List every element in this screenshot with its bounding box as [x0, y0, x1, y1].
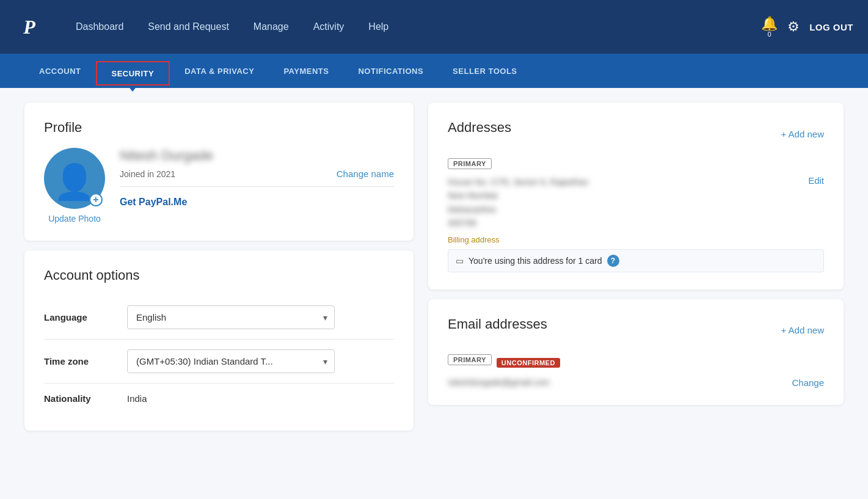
- joined-text: Joined in 2021: [120, 169, 175, 179]
- avatar-add-icon: +: [89, 193, 103, 206]
- settings-icon[interactable]: ⚙: [787, 19, 800, 35]
- subnav-data-privacy[interactable]: DATA & PRIVACY: [170, 54, 269, 88]
- avatar-container: 👤 + Update Photo: [44, 148, 105, 224]
- addresses-card: Addresses + Add new PRIMARY House No. C/…: [428, 103, 844, 290]
- email-title: Email addresses: [448, 316, 547, 332]
- profile-card: Profile 👤 + Update Photo Nitesh Durgade …: [24, 103, 414, 241]
- language-select-wrapper: English ▾: [127, 305, 335, 329]
- nav-send-request[interactable]: Send and Request: [136, 0, 241, 54]
- change-email-link[interactable]: Change: [792, 377, 824, 388]
- joined-row: Joined in 2021 Change name: [120, 169, 394, 187]
- primary-badge: PRIMARY: [448, 158, 492, 169]
- language-option-row: Language English ▾: [44, 296, 394, 340]
- timezone-label: Time zone: [44, 356, 117, 366]
- subnav-seller-tools[interactable]: SELLER TOOLS: [438, 54, 531, 88]
- card-usage-text: You're using this address for 1 card: [469, 256, 602, 266]
- addresses-title: Addresses: [448, 120, 511, 136]
- top-nav: P Dashboard Send and Request Manage Acti…: [0, 0, 868, 54]
- subnav-notifications[interactable]: NOTIFICATIONS: [343, 54, 438, 88]
- profile-title: Profile: [44, 120, 394, 136]
- language-label: Language: [44, 312, 117, 322]
- email-row: niteshdurgade@gmail.com Change: [448, 377, 824, 388]
- avatar[interactable]: 👤 +: [44, 148, 105, 209]
- add-email-link[interactable]: + Add new: [781, 325, 824, 335]
- email-primary-badge: PRIMARY: [448, 354, 492, 365]
- timezone-option-row: Time zone (GMT+05:30) Indian Standard T.…: [44, 340, 394, 384]
- addresses-header: Addresses + Add new: [448, 120, 824, 148]
- logo-letter: P: [23, 16, 35, 38]
- timezone-select[interactable]: (GMT+05:30) Indian Standard T...: [127, 349, 335, 373]
- logout-button[interactable]: LOG OUT: [809, 22, 853, 32]
- top-nav-links: Dashboard Send and Request Manage Activi…: [64, 0, 761, 54]
- notification-count: 0: [768, 31, 771, 38]
- nav-dashboard[interactable]: Dashboard: [64, 0, 136, 54]
- add-address-link[interactable]: + Add new: [781, 129, 824, 139]
- subnav-account[interactable]: ACCOUNT: [24, 54, 96, 88]
- language-select[interactable]: English: [127, 305, 335, 329]
- avatar-person-icon: 👤: [53, 165, 96, 199]
- address-row: House No. C/76, Sector 6, RajasthanNew M…: [448, 175, 824, 230]
- email-badge-row: PRIMARY UNCONFIRMED: [448, 354, 824, 371]
- sub-nav: ACCOUNT SECURITY DATA & PRIVACY PAYMENTS…: [0, 54, 868, 88]
- nav-manage[interactable]: Manage: [241, 0, 301, 54]
- paypalme-link[interactable]: Get PayPal.Me: [120, 197, 394, 208]
- info-icon[interactable]: ?: [607, 255, 619, 267]
- nationality-option-row: Nationality India: [44, 384, 394, 413]
- email-addresses-card: Email addresses + Add new PRIMARY UNCONF…: [428, 299, 844, 405]
- bell-icon: 🔔: [761, 16, 778, 32]
- paypal-logo[interactable]: P: [15, 12, 44, 42]
- account-options-title: Account options: [44, 268, 394, 283]
- update-photo-link[interactable]: Update Photo: [48, 214, 101, 224]
- email-address-text: niteshdurgade@gmail.com: [448, 377, 550, 387]
- address-text: House No. C/76, Sector 6, RajasthanNew M…: [448, 175, 588, 230]
- top-nav-right: 🔔 0 ⚙ LOG OUT: [761, 16, 853, 38]
- profile-info: Nitesh Durgade Joined in 2021 Change nam…: [120, 148, 394, 208]
- change-name-link[interactable]: Change name: [337, 169, 394, 179]
- account-options-card: Account options Language English ▾ Time …: [24, 250, 414, 431]
- email-header: Email addresses + Add new: [448, 316, 824, 344]
- right-column: Addresses + Add new PRIMARY House No. C/…: [428, 103, 844, 431]
- notification-button[interactable]: 🔔 0: [761, 16, 778, 38]
- unconfirmed-badge: UNCONFIRMED: [497, 358, 560, 368]
- card-icon: ▭: [456, 256, 464, 266]
- nav-activity[interactable]: Activity: [301, 0, 357, 54]
- card-usage-row: ▭ You're using this address for 1 card ?: [448, 249, 824, 272]
- subnav-payments[interactable]: PAYMENTS: [269, 54, 343, 88]
- profile-row: 👤 + Update Photo Nitesh Durgade Joined i…: [44, 148, 394, 224]
- nav-help[interactable]: Help: [356, 0, 401, 54]
- billing-label: Billing address: [448, 235, 824, 244]
- nationality-value: India: [127, 393, 147, 404]
- nationality-label: Nationality: [44, 393, 117, 404]
- subnav-security[interactable]: SECURITY: [96, 61, 170, 86]
- user-name: Nitesh Durgade: [120, 148, 394, 164]
- left-column: Profile 👤 + Update Photo Nitesh Durgade …: [24, 103, 414, 431]
- main-content: Profile 👤 + Update Photo Nitesh Durgade …: [0, 88, 868, 445]
- edit-address-link[interactable]: Edit: [808, 175, 824, 186]
- timezone-select-wrapper: (GMT+05:30) Indian Standard T... ▾: [127, 349, 335, 373]
